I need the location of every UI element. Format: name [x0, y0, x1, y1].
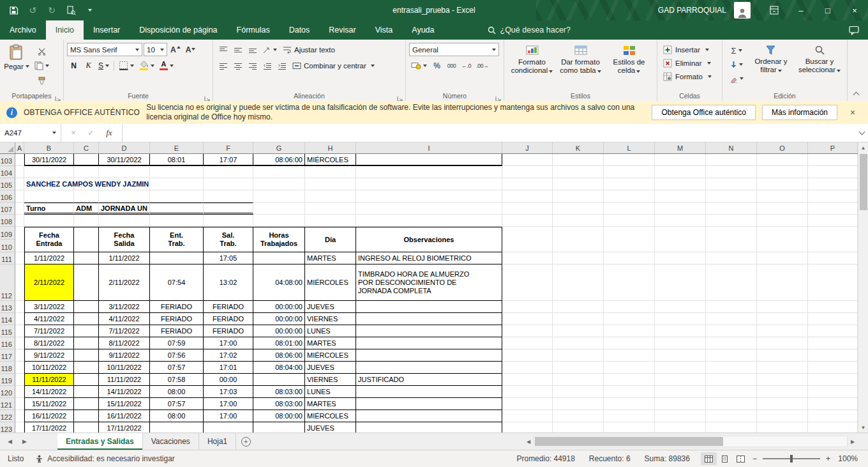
align-center-button[interactable] — [231, 59, 244, 72]
cell-N111[interactable] — [706, 252, 757, 264]
cell-K121[interactable] — [553, 398, 604, 410]
column-header-P[interactable]: P — [808, 142, 858, 153]
cell-G103[interactable]: 08:06:00 — [253, 154, 305, 166]
cell-K114[interactable] — [553, 313, 604, 325]
cell-P122[interactable] — [808, 410, 858, 422]
column-header-D[interactable]: D — [99, 142, 150, 153]
merge-center-button[interactable]: Combinar y centrar — [290, 59, 377, 72]
row-header-121[interactable]: 121 — [0, 398, 15, 410]
cell-O109[interactable] — [757, 227, 808, 252]
cell-F115[interactable]: FERIADO — [204, 325, 253, 337]
cell-H107[interactable] — [305, 203, 356, 215]
tab-disposicion[interactable]: Disposición de página — [130, 20, 227, 40]
cell-N107[interactable] — [706, 203, 757, 215]
cell-N105[interactable] — [706, 178, 757, 190]
cell-N113[interactable] — [706, 301, 757, 313]
cell-G106[interactable] — [253, 190, 305, 203]
cell-P120[interactable] — [808, 386, 858, 398]
cell-I103[interactable] — [356, 154, 502, 166]
ribbon-display-options-button[interactable] — [761, 0, 788, 20]
cell-B104[interactable] — [24, 166, 74, 178]
cell-G118[interactable]: 08:04:00 — [253, 362, 305, 374]
cell-G107[interactable] — [253, 203, 305, 215]
save-button[interactable] — [4, 1, 23, 19]
select-all-button[interactable] — [0, 142, 15, 153]
cell-J105[interactable] — [502, 178, 553, 190]
cell-E108[interactable] — [150, 215, 204, 227]
sheet-prev-icon[interactable]: ◀ — [8, 438, 12, 445]
cell-M119[interactable] — [655, 374, 706, 386]
zoom-slider-thumb[interactable] — [790, 455, 793, 463]
cell-L107[interactable] — [604, 203, 655, 215]
new-sheet-button[interactable]: + — [236, 433, 255, 450]
column-header-H[interactable]: H — [305, 142, 356, 153]
cell-M112[interactable] — [655, 264, 706, 301]
column-header-E[interactable]: E — [150, 142, 204, 153]
cell-E109[interactable]: Ent. Trab. — [150, 227, 204, 252]
cell-F119[interactable]: 00:00 — [204, 374, 253, 386]
row-header-116[interactable]: 116 — [0, 337, 15, 349]
cell-A105[interactable] — [15, 178, 24, 190]
horizontal-scroll-thumb[interactable] — [535, 437, 723, 446]
cell-N117[interactable] — [706, 349, 757, 362]
column-header-N[interactable]: N — [706, 142, 757, 153]
tab-revisar[interactable]: Revisar — [319, 20, 365, 40]
cell-G122[interactable]: 08:00:00 — [253, 410, 305, 422]
cell-N121[interactable] — [706, 398, 757, 410]
cell-H123[interactable]: JUEVES — [305, 422, 356, 433]
cell-L117[interactable] — [604, 349, 655, 362]
cell-G109[interactable]: Horas Trabajados — [253, 227, 305, 252]
column-header-B[interactable]: B — [24, 142, 74, 153]
cell-O121[interactable] — [757, 398, 808, 410]
cell-L112[interactable] — [604, 264, 655, 301]
cell-C119[interactable] — [74, 374, 99, 386]
cell-N119[interactable] — [706, 374, 757, 386]
cell-L121[interactable] — [604, 398, 655, 410]
cell-K105[interactable] — [553, 178, 604, 190]
cell-B113[interactable]: 3/11/2022 — [24, 301, 74, 313]
cell-N104[interactable] — [706, 166, 757, 178]
row-header-112[interactable]: 112 — [0, 264, 15, 301]
cell-C109[interactable] — [74, 227, 99, 252]
align-top-button[interactable] — [216, 43, 230, 56]
cell-I114[interactable] — [356, 313, 502, 325]
quick-access-customize-button[interactable] — [80, 1, 100, 19]
cell-D108[interactable] — [99, 215, 150, 227]
cell-E104[interactable] — [150, 166, 204, 178]
cell-B121[interactable]: 15/11/2022 — [24, 398, 74, 410]
cell-D115[interactable]: 7/11/2022 — [99, 325, 150, 337]
formula-input[interactable] — [123, 124, 855, 142]
align-bottom-button[interactable] — [246, 43, 259, 56]
row-header-120[interactable]: 120 — [0, 386, 15, 398]
cell-M123[interactable] — [655, 422, 706, 433]
cell-A114[interactable] — [15, 313, 24, 325]
cell-P116[interactable] — [808, 337, 858, 349]
cell-D112[interactable]: 2/11/2022 — [99, 264, 150, 301]
cell-A115[interactable] — [15, 325, 24, 337]
cell-J106[interactable] — [502, 190, 553, 203]
cell-M116[interactable] — [655, 337, 706, 349]
cell-O118[interactable] — [757, 362, 808, 374]
cell-L104[interactable] — [604, 166, 655, 178]
cell-E119[interactable]: 07:58 — [150, 374, 204, 386]
sheet-tab-hoja1[interactable]: Hoja1 — [199, 433, 236, 450]
format-as-table-button[interactable]: Dar formato como tabla — [557, 42, 605, 90]
view-normal-button[interactable] — [701, 452, 717, 465]
cell-C103[interactable] — [74, 154, 99, 166]
zoom-slider[interactable] — [763, 458, 820, 459]
cell-P118[interactable] — [808, 362, 858, 374]
tab-ayuda[interactable]: Ayuda — [402, 20, 444, 40]
cell-O107[interactable] — [757, 203, 808, 215]
cell-G113[interactable]: 00:00:00 — [253, 301, 305, 313]
format-painter-button[interactable] — [33, 75, 50, 86]
format-cells-button[interactable]: Formato — [659, 70, 721, 83]
column-header-M[interactable]: M — [655, 142, 706, 153]
cell-H116[interactable]: MARTES — [305, 337, 356, 349]
cell-E115[interactable]: FERIADO — [150, 325, 204, 337]
more-info-button[interactable]: Más información — [762, 105, 837, 120]
cell-O113[interactable] — [757, 301, 808, 313]
cell-H113[interactable]: JUEVES — [305, 301, 356, 313]
cell-M118[interactable] — [655, 362, 706, 374]
vertical-scrollbar[interactable]: ▲ ▼ — [858, 142, 868, 433]
cell-F105[interactable] — [204, 178, 253, 190]
